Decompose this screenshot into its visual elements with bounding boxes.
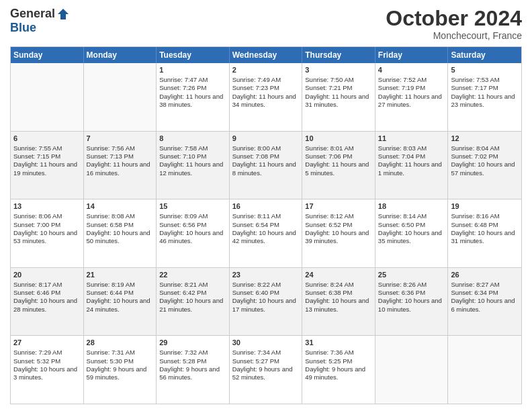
svg-marker-0	[58, 9, 69, 19]
cell-info: Sunrise: 7:50 AMSunset: 7:21 PMDaylight:…	[305, 76, 372, 109]
daylight-text: Daylight: 10 hours and 28 minutes.	[13, 297, 77, 312]
cell-info: Sunrise: 7:29 AMSunset: 5:32 PMDaylight:…	[13, 349, 81, 381]
sunset-text: Sunset: 6:56 PM	[159, 221, 206, 228]
cell-info: Sunrise: 8:06 AMSunset: 7:00 PMDaylight:…	[13, 212, 81, 245]
day-cell-11: 11Sunrise: 8:03 AMSunset: 7:04 PMDayligh…	[375, 132, 449, 199]
daylight-text: Daylight: 10 hours and 46 minutes.	[159, 229, 223, 244]
daylight-text: Daylight: 9 hours and 52 minutes.	[232, 365, 293, 381]
day-cell-13: 13Sunrise: 8:06 AMSunset: 7:00 PMDayligh…	[11, 199, 84, 267]
calendar-body: 1Sunrise: 7:47 AMSunset: 7:26 PMDaylight…	[11, 63, 521, 404]
calendar: SundayMondayTuesdayWednesdayThursdayFrid…	[10, 46, 522, 404]
day-cell-10: 10Sunrise: 8:01 AMSunset: 7:06 PMDayligh…	[302, 132, 375, 199]
sunset-text: Sunset: 5:25 PM	[305, 357, 352, 365]
day-number: 2	[232, 65, 300, 75]
cell-info: Sunrise: 7:56 AMSunset: 7:13 PMDaylight:…	[87, 144, 154, 177]
sunrise-text: Sunrise: 8:17 AM	[13, 281, 62, 288]
day-number: 28	[87, 338, 154, 348]
sunset-text: Sunset: 7:10 PM	[159, 152, 206, 160]
daylight-text: Daylight: 10 hours and 10 minutes.	[378, 297, 442, 312]
day-number: 14	[87, 201, 154, 212]
sunset-text: Sunset: 6:46 PM	[13, 289, 60, 296]
logo-blue: Blue	[10, 21, 36, 35]
sunset-text: Sunset: 7:17 PM	[451, 84, 498, 91]
daylight-text: Daylight: 11 hours and 38 minutes.	[159, 93, 223, 108]
day-number: 31	[305, 338, 372, 348]
day-cell-2: 2Sunrise: 7:49 AMSunset: 7:23 PMDaylight…	[230, 63, 303, 131]
sunrise-text: Sunrise: 8:16 AM	[451, 212, 499, 220]
header-day-thursday: Thursday	[302, 47, 375, 63]
day-cell-26: 26Sunrise: 8:27 AMSunset: 6:34 PMDayligh…	[448, 268, 521, 336]
sunrise-text: Sunrise: 8:09 AM	[159, 212, 208, 220]
day-cell-5: 5Sunrise: 7:53 AMSunset: 7:17 PMDaylight…	[448, 63, 521, 131]
sunrise-text: Sunrise: 7:29 AM	[13, 349, 62, 356]
daylight-text: Daylight: 10 hours and 42 minutes.	[232, 229, 296, 244]
sunset-text: Sunset: 5:27 PM	[232, 357, 279, 365]
sunrise-text: Sunrise: 7:34 AM	[232, 349, 281, 356]
sunrise-text: Sunrise: 8:21 AM	[159, 281, 208, 288]
daylight-text: Daylight: 10 hours and 50 minutes.	[87, 229, 150, 244]
day-cell-4: 4Sunrise: 7:52 AMSunset: 7:19 PMDaylight…	[375, 63, 449, 131]
sunrise-text: Sunrise: 8:06 AM	[13, 212, 62, 220]
calendar-row-2: 13Sunrise: 8:06 AMSunset: 7:00 PMDayligh…	[11, 199, 521, 267]
daylight-text: Daylight: 11 hours and 23 minutes.	[451, 93, 515, 108]
daylight-text: Daylight: 10 hours and 17 minutes.	[232, 297, 296, 312]
sunrise-text: Sunrise: 8:19 AM	[87, 281, 135, 288]
sunrise-text: Sunrise: 8:00 AM	[232, 144, 281, 152]
daylight-text: Daylight: 10 hours and 31 minutes.	[451, 229, 515, 244]
day-number: 21	[87, 270, 154, 280]
daylight-text: Daylight: 10 hours and 13 minutes.	[305, 297, 369, 312]
cell-info: Sunrise: 8:17 AMSunset: 6:46 PMDaylight:…	[13, 281, 81, 314]
day-number: 10	[305, 134, 372, 144]
day-number: 12	[451, 134, 519, 144]
sunset-text: Sunset: 5:30 PM	[87, 357, 134, 365]
daylight-text: Daylight: 11 hours and 34 minutes.	[232, 93, 296, 108]
day-cell-22: 22Sunrise: 8:21 AMSunset: 6:42 PMDayligh…	[157, 268, 230, 336]
empty-cell-4-6	[448, 336, 521, 404]
daylight-text: Daylight: 11 hours and 12 minutes.	[159, 161, 223, 176]
sunrise-text: Sunrise: 7:36 AM	[305, 349, 353, 356]
cell-info: Sunrise: 7:52 AMSunset: 7:19 PMDaylight:…	[378, 76, 445, 109]
cell-info: Sunrise: 8:04 AMSunset: 7:02 PMDaylight:…	[451, 144, 519, 177]
empty-cell-4-5	[375, 336, 449, 404]
header-day-tuesday: Tuesday	[157, 47, 230, 63]
logo: General Blue	[10, 7, 70, 35]
sunset-text: Sunset: 6:50 PM	[378, 221, 425, 228]
sunrise-text: Sunrise: 7:50 AM	[305, 76, 353, 83]
day-number: 24	[305, 270, 372, 280]
day-cell-21: 21Sunrise: 8:19 AMSunset: 6:44 PMDayligh…	[84, 268, 157, 336]
day-number: 4	[378, 65, 445, 75]
cell-info: Sunrise: 8:14 AMSunset: 6:50 PMDaylight:…	[378, 212, 445, 245]
logo-text: General	[10, 7, 70, 21]
day-cell-29: 29Sunrise: 7:32 AMSunset: 5:28 PMDayligh…	[157, 336, 230, 404]
day-number: 5	[451, 65, 519, 75]
calendar-row-1: 6Sunrise: 7:55 AMSunset: 7:15 PMDaylight…	[11, 131, 521, 199]
day-cell-17: 17Sunrise: 8:12 AMSunset: 6:52 PMDayligh…	[302, 199, 375, 267]
cell-info: Sunrise: 8:27 AMSunset: 6:34 PMDaylight:…	[451, 281, 519, 314]
day-cell-8: 8Sunrise: 7:58 AMSunset: 7:10 PMDaylight…	[157, 132, 230, 199]
header-day-friday: Friday	[375, 47, 449, 63]
sunrise-text: Sunrise: 7:53 AM	[451, 76, 499, 83]
day-number: 29	[159, 338, 226, 348]
sunset-text: Sunset: 7:26 PM	[159, 84, 206, 91]
day-cell-25: 25Sunrise: 8:26 AMSunset: 6:36 PMDayligh…	[375, 268, 449, 336]
daylight-text: Daylight: 9 hours and 49 minutes.	[305, 365, 365, 381]
day-number: 15	[159, 201, 226, 212]
calendar-row-0: 1Sunrise: 7:47 AMSunset: 7:26 PMDaylight…	[11, 63, 521, 131]
cell-info: Sunrise: 7:34 AMSunset: 5:27 PMDaylight:…	[232, 349, 300, 381]
day-number: 7	[87, 134, 154, 144]
sunset-text: Sunset: 6:38 PM	[305, 289, 352, 296]
daylight-text: Daylight: 9 hours and 56 minutes.	[159, 365, 220, 381]
cell-info: Sunrise: 7:49 AMSunset: 7:23 PMDaylight:…	[232, 76, 300, 109]
day-number: 30	[232, 338, 300, 348]
month-title: October 2024	[386, 7, 522, 30]
daylight-text: Daylight: 9 hours and 59 minutes.	[87, 365, 147, 381]
daylight-text: Daylight: 11 hours and 19 minutes.	[13, 161, 77, 176]
page: General Blue October 2024 Monchecourt, F…	[0, 0, 532, 411]
title-block: October 2024 Monchecourt, France	[386, 7, 522, 41]
day-number: 6	[13, 134, 81, 144]
day-cell-6: 6Sunrise: 7:55 AMSunset: 7:15 PMDaylight…	[11, 132, 84, 199]
day-number: 18	[378, 201, 445, 212]
day-cell-15: 15Sunrise: 8:09 AMSunset: 6:56 PMDayligh…	[157, 199, 230, 267]
day-cell-24: 24Sunrise: 8:24 AMSunset: 6:38 PMDayligh…	[302, 268, 375, 336]
day-number: 8	[159, 134, 226, 144]
